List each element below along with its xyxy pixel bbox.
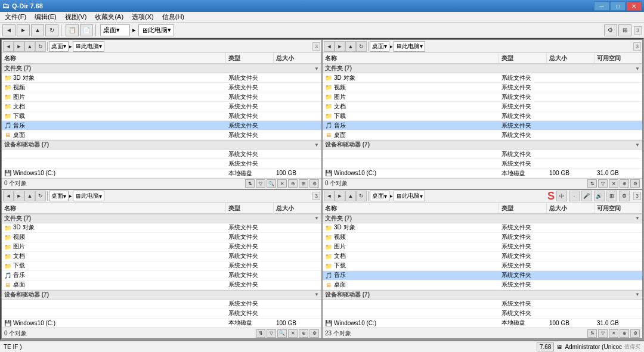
pane1-settings2[interactable]: ⚙	[309, 179, 319, 188]
list-item[interactable]: 🎵音乐 系统文件夹	[323, 121, 642, 130]
pane4-desktop[interactable]: 桌面▾	[370, 191, 389, 201]
list-item[interactable]: 🎵音乐 系统文件夹	[2, 121, 321, 130]
pane4-btn2[interactable]: ·	[569, 191, 580, 201]
list-item[interactable]: 📁文档 系统文件夹	[2, 102, 321, 111]
list-item[interactable]: 📁文档 系统文件夹	[2, 252, 321, 261]
col-name[interactable]: 名称	[2, 53, 226, 64]
list-item[interactable]: 系统文件夹	[2, 159, 321, 169]
pane1-filter[interactable]: ▽	[256, 179, 265, 188]
menu-options[interactable]: 选项(X)	[129, 12, 156, 22]
pane1-up[interactable]: ▲	[24, 41, 35, 52]
pane1-desktop[interactable]: 桌面▾	[49, 41, 69, 52]
list-item[interactable]: 📁视频 系统文件夹	[2, 83, 321, 92]
list-item[interactable]: 📁文档 系统文件夹	[323, 252, 642, 261]
pane3-delete[interactable]: ✕	[288, 329, 298, 338]
list-item[interactable]: 📁图片 系统文件夹	[323, 92, 642, 102]
pane4-filter[interactable]: ▽	[598, 329, 608, 338]
pane1-forward[interactable]: ►	[14, 41, 24, 52]
list-item[interactable]: 📁视频 系统文件夹	[323, 83, 642, 92]
list-item[interactable]: 📁图片 系统文件夹	[2, 92, 321, 102]
col-free[interactable]: 可用空间	[595, 53, 642, 64]
list-item[interactable]: 📁3D 对象 系统文件夹	[2, 223, 321, 233]
pane2-forward[interactable]: ►	[335, 41, 345, 52]
toolbar-paste[interactable]: 📄	[80, 24, 93, 36]
pane3-back[interactable]: ◄	[3, 191, 14, 201]
pane4-btn3[interactable]: 🎤	[581, 191, 592, 201]
list-item[interactable]: 🎵音乐 系统文件夹	[323, 271, 642, 281]
col-type[interactable]: 类型	[499, 203, 547, 214]
pane3-computer[interactable]: 🖥此电脑▾	[73, 191, 104, 201]
menu-info[interactable]: 信息(H)	[160, 12, 187, 22]
list-item[interactable]: 📁3D 对象 系统文件夹	[2, 73, 321, 83]
pane4-btn1[interactable]: 中	[556, 191, 567, 201]
list-item[interactable]: 📁图片 系统文件夹	[2, 242, 321, 252]
pane4-folders-header[interactable]: 文件夹 (7) ▼	[323, 214, 642, 223]
pane4-computer[interactable]: 🖥此电脑▾	[394, 191, 425, 201]
pane2-up[interactable]: ▲	[345, 41, 356, 52]
list-item[interactable]: 📁下载 系统文件夹	[323, 261, 642, 271]
pane2-computer[interactable]: 🖥此电脑▾	[394, 41, 425, 52]
pane2-settings[interactable]: ⚙	[630, 179, 640, 188]
pane4-settings[interactable]: ⚙	[630, 329, 640, 338]
pane2-filter[interactable]: ▽	[598, 179, 608, 188]
list-item[interactable]: 📁3D 对象 系统文件夹	[323, 223, 642, 233]
menu-file[interactable]: 文件(F)	[2, 12, 29, 22]
list-item[interactable]: 🖥桌面 系统文件夹	[2, 281, 321, 290]
pane4-forward[interactable]: ►	[335, 191, 345, 201]
list-item[interactable]: 🖥桌面 系统文件夹	[2, 130, 321, 140]
pane3-sort[interactable]: ⇅	[256, 329, 265, 338]
col-type[interactable]: 类型	[499, 53, 547, 64]
col-name[interactable]: 名称	[2, 203, 226, 214]
list-item[interactable]: 📁下载 系统文件夹	[2, 261, 321, 271]
list-item[interactable]: 📁下载 系统文件夹	[323, 111, 642, 121]
pane1-computer[interactable]: 🖥此电脑▾	[73, 41, 104, 52]
pane1-paste2[interactable]: ⊞	[299, 179, 308, 188]
pane2-desktop[interactable]: 桌面▾	[370, 41, 389, 52]
list-item[interactable]: 💾Windows10 (C:) 本地磁盘100 GB31.0 GB	[323, 319, 642, 328]
pane4-refresh[interactable]: ↻	[356, 191, 367, 201]
pane4-delete[interactable]: ✕	[609, 329, 618, 338]
toolbar-settings[interactable]: ⚙	[604, 24, 617, 36]
col-name[interactable]: 名称	[323, 53, 499, 64]
pane3-forward[interactable]: ►	[14, 191, 24, 201]
col-name[interactable]: 名称	[323, 203, 499, 214]
pane4-btn4[interactable]: 🔊	[594, 191, 605, 201]
pane2-devices-header[interactable]: 设备和驱动器 (7) ▼	[323, 140, 642, 149]
pane3-refresh[interactable]: ↻	[35, 191, 46, 201]
pane2-copy[interactable]: ⊕	[620, 179, 629, 188]
toolbar-refresh[interactable]: ↻	[45, 24, 58, 36]
maximize-button[interactable]: □	[610, 1, 626, 11]
col-size[interactable]: 总大小	[547, 53, 595, 64]
menu-edit[interactable]: 编辑(E)	[32, 12, 59, 22]
list-item[interactable]: 🖥桌面 系统文件夹	[323, 130, 642, 140]
list-item[interactable]: 💾Windows10 (C:) 本地磁盘 100 GB	[2, 169, 321, 178]
pane4-up[interactable]: ▲	[345, 191, 356, 201]
list-item[interactable]: 系统文件夹	[2, 300, 321, 309]
toolbar-copy[interactable]: 📋	[66, 24, 79, 36]
pane2-refresh[interactable]: ↻	[356, 41, 367, 52]
list-item[interactable]: 💾Windows10 (C:) 本地磁盘100 GB	[2, 319, 321, 328]
pane1-devices-header[interactable]: 设备和驱动器 (7) ▼	[2, 140, 321, 149]
list-item[interactable]: 🖥桌面 系统文件夹	[323, 281, 642, 290]
pane4-btn5[interactable]: ⊞	[606, 191, 617, 201]
list-item[interactable]: 📁下载 系统文件夹	[2, 111, 321, 121]
pane3-settings[interactable]: ⚙	[309, 329, 319, 338]
list-item[interactable]: 🎵音乐 系统文件夹	[2, 271, 321, 281]
col-size[interactable]: 总大小	[274, 53, 321, 64]
list-item[interactable]: 系统文件夹	[323, 159, 642, 169]
pane4-copy[interactable]: ⊕	[620, 329, 629, 338]
toolbar-desktop-dropdown[interactable]: 桌面▾	[100, 24, 130, 36]
col-type[interactable]: 类型	[226, 53, 274, 64]
pane1-copy2[interactable]: ⊕	[288, 179, 298, 188]
minimize-button[interactable]: ─	[594, 1, 609, 11]
pane1-sort[interactable]: ⇅	[245, 179, 255, 188]
list-item[interactable]: 📁3D 对象 系统文件夹	[323, 73, 642, 83]
pane4-sort[interactable]: ⇅	[587, 329, 597, 338]
col-free[interactable]: 可用空间	[595, 203, 642, 214]
close-button[interactable]: ✕	[626, 1, 642, 11]
menu-favorites[interactable]: 收藏夹(A)	[92, 12, 126, 22]
list-item[interactable]: 系统文件夹	[323, 149, 642, 159]
pane3-folders-header[interactable]: 文件夹 (7) ▼	[2, 214, 321, 223]
pane2-delete[interactable]: ✕	[609, 179, 618, 188]
pane3-filter[interactable]: ▽	[267, 329, 276, 338]
